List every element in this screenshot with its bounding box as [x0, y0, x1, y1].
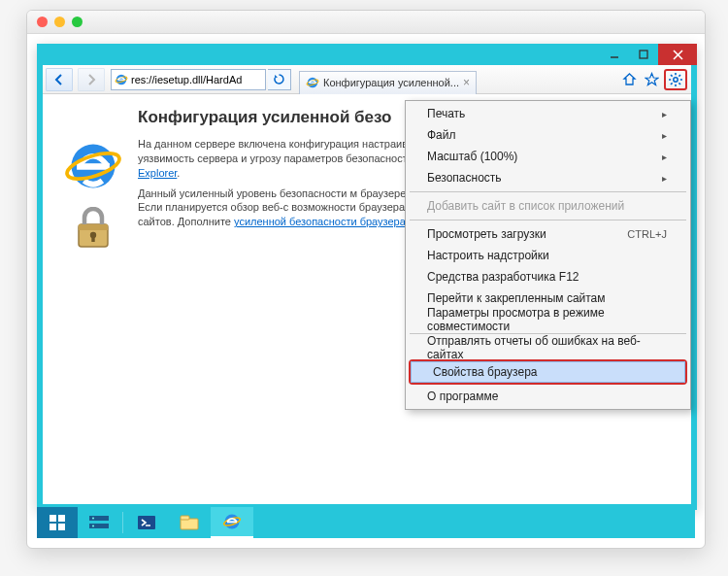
menu-compat[interactable]: Параметры просмотра в режиме совместимос… — [406, 309, 690, 330]
address-text: res://iesetup.dll/HardAd — [131, 74, 242, 85]
menu-downloads[interactable]: Просмотреть загрузкиCTRL+J — [406, 223, 690, 245]
close-button[interactable] — [658, 44, 697, 65]
ie-logo-icon — [115, 73, 128, 86]
submenu-arrow-icon: ▸ — [662, 173, 667, 184]
menu-about[interactable]: О программе — [406, 386, 690, 407]
svg-line-15 — [671, 75, 673, 77]
taskbar — [37, 507, 695, 538]
svg-rect-28 — [50, 524, 56, 530]
taskbar-separator — [122, 512, 123, 533]
traffic-zoom-icon[interactable] — [72, 17, 83, 27]
address-bar[interactable]: res://iesetup.dll/HardAd — [111, 69, 266, 90]
tab-close-icon[interactable]: × — [463, 76, 470, 89]
svg-rect-1 — [640, 51, 647, 58]
maximize-button[interactable] — [629, 44, 658, 65]
tab-strip: Конфигурация усиленной... × — [299, 65, 477, 94]
ie-titlebar — [37, 44, 697, 65]
svg-rect-26 — [50, 515, 56, 522]
submenu-arrow-icon: ▸ — [662, 152, 667, 162]
tab-label: Конфигурация усиленной... — [323, 77, 459, 88]
traffic-minimize-icon[interactable] — [54, 17, 65, 27]
menu-separator — [410, 220, 686, 220]
menu-security[interactable]: Безопасность▸ — [406, 167, 690, 188]
favorites-icon[interactable] — [642, 70, 661, 89]
refresh-button[interactable] — [268, 69, 291, 90]
svg-rect-25 — [91, 236, 94, 242]
tab-current[interactable]: Конфигурация усиленной... × — [299, 71, 477, 94]
forward-button[interactable] — [78, 68, 105, 91]
svg-line-18 — [678, 75, 680, 77]
ie-logo-icon — [306, 76, 319, 89]
menu-zoom[interactable]: Масштаб (100%)▸ — [406, 146, 690, 167]
svg-point-10 — [674, 77, 678, 81]
traffic-close-icon[interactable] — [37, 17, 48, 27]
menu-print[interactable]: Печать▸ — [406, 103, 690, 124]
svg-rect-37 — [181, 516, 189, 520]
back-button[interactable] — [46, 68, 73, 91]
svg-rect-9 — [310, 83, 316, 84]
menu-report[interactable]: Отправлять отчеты об ошибках на веб-сайт… — [406, 337, 690, 358]
svg-rect-36 — [181, 519, 198, 529]
menu-add-site: Добавить сайт в список приложений — [406, 195, 690, 217]
svg-line-16 — [678, 83, 680, 85]
submenu-arrow-icon: ▸ — [662, 109, 667, 119]
gear-icon[interactable] — [668, 72, 683, 87]
taskbar-ie[interactable] — [211, 507, 253, 538]
svg-rect-6 — [118, 79, 125, 80]
svg-line-17 — [671, 83, 673, 85]
gear-menu: Печать▸ Файл▸ Масштаб (100%)▸ Безопаснос… — [405, 100, 691, 410]
host-titlebar — [27, 11, 705, 34]
taskbar-server-manager[interactable] — [78, 507, 120, 538]
menu-devtools[interactable]: Средства разработчика F12 — [406, 266, 690, 288]
menu-internet-options[interactable]: Свойства браузера — [411, 361, 685, 383]
svg-rect-20 — [77, 163, 110, 170]
host-window: res://iesetup.dll/HardAd Конфигурация ус… — [26, 10, 706, 549]
ie-logo-icon — [222, 512, 242, 531]
svg-rect-27 — [58, 515, 65, 522]
gear-highlight — [664, 69, 687, 90]
minimize-button[interactable] — [600, 44, 629, 65]
menu-highlight: Свойства браузера — [409, 359, 687, 385]
svg-rect-23 — [79, 224, 108, 230]
nav-bar: res://iesetup.dll/HardAd Конфигурация ус… — [43, 65, 691, 94]
svg-rect-29 — [58, 524, 65, 530]
home-icon[interactable] — [619, 70, 639, 89]
menu-shortcut: CTRL+J — [627, 228, 667, 240]
ie-logo-large-icon — [64, 137, 122, 195]
svg-point-32 — [92, 518, 94, 520]
taskbar-powershell[interactable] — [125, 507, 168, 538]
svg-rect-40 — [227, 521, 237, 523]
menu-separator — [410, 191, 686, 192]
taskbar-explorer[interactable] — [168, 507, 211, 538]
menu-addons[interactable]: Настроить надстройки — [406, 245, 690, 266]
start-button[interactable] — [37, 507, 78, 538]
submenu-arrow-icon: ▸ — [662, 130, 667, 141]
ie-window: res://iesetup.dll/HardAd Конфигурация ус… — [37, 44, 697, 510]
svg-point-33 — [92, 525, 94, 527]
menu-file[interactable]: Файл▸ — [406, 124, 690, 146]
lock-icon — [75, 207, 112, 250]
